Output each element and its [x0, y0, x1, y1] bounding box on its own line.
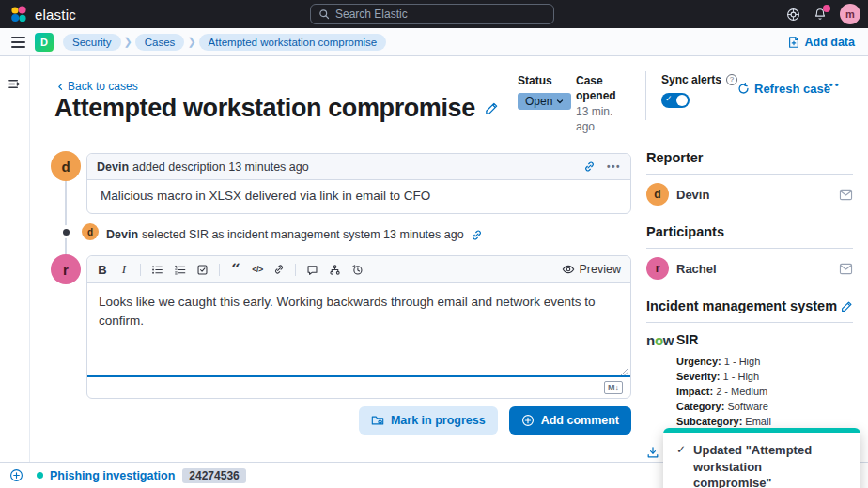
add-comment-bubble-button[interactable]: [306, 264, 318, 276]
timeline-status-dot: [37, 472, 43, 479]
push-icon: [646, 446, 659, 459]
collapsed-nav-rail: [0, 56, 30, 462]
incident-management-heading: Incident management system: [646, 298, 853, 313]
menu-hamburger-icon[interactable]: [11, 37, 25, 48]
connector-row: now SIR: [646, 332, 853, 348]
email-icon[interactable]: [839, 263, 853, 275]
case-actions-ellipsis-button[interactable]: •••: [824, 79, 841, 90]
refresh-icon: [737, 83, 750, 95]
search-input[interactable]: [335, 8, 546, 21]
user-avatar[interactable]: m: [840, 4, 860, 24]
success-toast[interactable]: ✓ Updated "Attempted workstation comprom…: [663, 428, 860, 488]
markdown-toolbar: B I “ </>: [87, 256, 630, 283]
status-block: Status Open: [518, 74, 571, 110]
markdown-badge: M↓: [604, 381, 623, 394]
insert-case-hierarchy-button[interactable]: [329, 264, 341, 276]
case-opened-value: 13 min. ago: [576, 105, 634, 134]
case-opened-label: Case opened: [576, 74, 634, 103]
case-actions-row: Mark in progress Add comment: [86, 406, 631, 435]
participant-row: r Rachel: [646, 257, 853, 280]
mark-in-progress-button[interactable]: Mark in progress: [359, 406, 498, 435]
sync-alerts-block: Sync alerts ? ✓: [661, 73, 737, 108]
field-impact: Impact: 2 - Medium: [676, 385, 853, 400]
field-urgency: Urgency: 1 - High: [676, 355, 853, 370]
connector-name: SIR: [676, 332, 698, 348]
editor-footer: M↓: [87, 377, 630, 398]
timeline-name-link[interactable]: Phishing investigation: [50, 469, 175, 482]
brand-name: elastic: [35, 7, 76, 23]
global-search[interactable]: [310, 4, 554, 24]
copy-link-icon[interactable]: [583, 160, 596, 173]
copy-link-icon[interactable]: [471, 229, 483, 241]
expand-nav-icon[interactable]: [8, 77, 22, 91]
avatar-rachel: r: [51, 254, 81, 284]
eye-icon: [562, 263, 575, 276]
chevron-down-icon: [556, 98, 564, 105]
add-data-icon: [787, 36, 800, 49]
participants-heading: Participants: [646, 224, 853, 239]
breadcrumb-security[interactable]: Security: [63, 34, 121, 51]
reporter-name: Devin: [676, 188, 709, 202]
description-actions-icon[interactable]: •••: [607, 161, 621, 172]
chevron-right-icon: ❯: [124, 36, 132, 48]
header-right-icons: m: [786, 0, 860, 28]
comment-textarea[interactable]: Looks like we caught this early. Working…: [87, 283, 630, 377]
notifications-bell-icon[interactable]: [814, 8, 827, 21]
sync-alerts-toggle[interactable]: ✓: [661, 93, 690, 108]
italic-button[interactable]: I: [118, 262, 130, 277]
chevron-left-icon: [56, 83, 65, 91]
description-card-header: Devin added description 13 minutes ago •…: [87, 154, 630, 180]
reporter-section: Reporter d Devin: [646, 150, 853, 206]
preview-toggle[interactable]: Preview: [562, 263, 621, 276]
bold-button[interactable]: B: [97, 263, 108, 277]
sync-alerts-label: Sync alerts: [661, 73, 721, 86]
help-icon[interactable]: [786, 8, 800, 22]
participant-name: Rachel: [676, 262, 717, 276]
insert-timeline-button[interactable]: [351, 264, 364, 276]
add-data-button[interactable]: Add data: [787, 36, 855, 49]
chevron-right-icon: ❯: [187, 36, 195, 48]
participants-section: Participants r Rachel: [646, 224, 853, 280]
space-badge[interactable]: D: [35, 33, 54, 52]
comment-editor: B I “ </>: [86, 255, 631, 399]
description-card: Devin added description 13 minutes ago •…: [86, 153, 631, 214]
folder-check-icon: [371, 414, 384, 427]
notification-dot: [823, 5, 830, 12]
avatar-devin: d: [51, 151, 81, 181]
servicenow-logo: now: [646, 332, 676, 348]
avatar-rachel: r: [646, 257, 669, 280]
elastic-logo-icon[interactable]: [9, 5, 28, 23]
search-icon: [318, 8, 330, 20]
quote-button[interactable]: “: [230, 266, 241, 273]
refresh-case-button[interactable]: Refresh case: [737, 82, 830, 96]
avatar-devin-small: d: [82, 223, 99, 240]
breadcrumb: Security ❯ Cases ❯ Attempted workstation…: [63, 34, 386, 51]
breadcrumb-cases[interactable]: Cases: [135, 34, 185, 51]
link-button[interactable]: [273, 264, 285, 275]
resize-handle[interactable]: [620, 368, 628, 376]
header-divider: [645, 71, 646, 120]
add-timeline-icon[interactable]: [9, 468, 23, 482]
plus-circle-icon: [521, 414, 535, 427]
global-header: elastic m: [0, 0, 868, 28]
timeline-event-dot: [59, 225, 72, 238]
email-icon[interactable]: [839, 189, 853, 201]
status-label: Status: [518, 74, 571, 87]
edit-title-pencil-icon[interactable]: [485, 101, 499, 115]
back-to-cases-link[interactable]: Back to cases: [56, 80, 138, 93]
edit-connector-pencil-icon[interactable]: [841, 300, 853, 313]
status-badge[interactable]: Open: [518, 93, 571, 110]
timeline-count-badge: 24274536: [182, 468, 245, 483]
ordered-list-button[interactable]: [174, 264, 186, 276]
add-comment-button[interactable]: Add comment: [509, 406, 631, 435]
code-button[interactable]: </>: [252, 265, 263, 274]
connector-fields: Urgency: 1 - High Severity: 1 - High Imp…: [676, 355, 853, 430]
check-icon: ✓: [676, 442, 686, 488]
info-question-icon[interactable]: ?: [726, 74, 737, 85]
unordered-list-button[interactable]: [151, 264, 163, 276]
description-text: Malicious macro in XLSX delivered via li…: [87, 180, 630, 211]
reporter-heading: Reporter: [646, 150, 853, 165]
reporter-row: d Devin: [646, 183, 853, 206]
task-list-button[interactable]: [196, 264, 209, 276]
timeline-connector: [65, 167, 67, 267]
